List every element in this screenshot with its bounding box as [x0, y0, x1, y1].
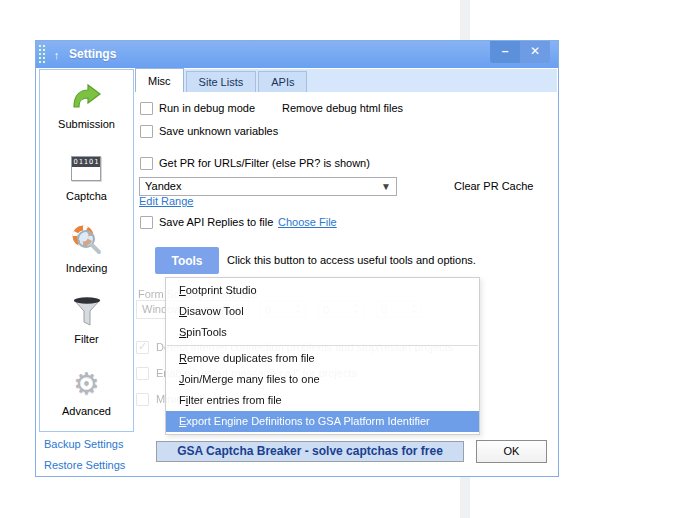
gear-icon: ⚙ [69, 367, 105, 401]
pr-provider-value: Yandex [145, 180, 182, 192]
gsa-captcha-breaker-button[interactable]: GSA Captcha Breaker - solve captchas for… [156, 441, 464, 462]
chevron-down-icon: ▼ [381, 181, 391, 192]
up-arrow-icon: ↑ [49, 47, 64, 62]
green-arrow-icon [68, 80, 104, 114]
tab-misc[interactable]: Misc [135, 68, 184, 92]
save-api-replies-checkbox[interactable] [140, 216, 153, 229]
background-checkbox[interactable] [136, 393, 149, 406]
sidebar-item-label: Filter [74, 333, 98, 345]
dialog-body: SubmissionO11O1CaptchaIndexingFilter⚙Adv… [36, 68, 558, 476]
menu-item-export-engine-definitions-to-gsa-platform-identifier[interactable]: Export Engine Definitions to GSA Platfor… [166, 411, 479, 432]
settings-dialog: ↑ Settings – ✕ SubmissionO11O1CaptchaInd… [35, 40, 559, 477]
titlebar[interactable]: ↑ Settings – ✕ [36, 41, 558, 68]
sidebar-item-indexing[interactable]: Indexing [66, 224, 108, 274]
menu-item-disavow-tool[interactable]: Disavow Tool [166, 301, 479, 322]
funnel-icon [69, 295, 105, 329]
minimize-button[interactable]: – [490, 41, 520, 63]
misc-tab-body: Run in debug mode Remove debug html file… [135, 94, 557, 432]
sidebar-item-submission[interactable]: Submission [58, 80, 115, 130]
sidebar-item-label: Submission [58, 118, 115, 130]
sidebar-item-label: Advanced [62, 405, 111, 417]
get-pr-label: Get PR for URLs/Filter (else PR? is show… [159, 157, 370, 169]
background-checkbox[interactable] [136, 367, 149, 380]
save-unknown-label: Save unknown variables [159, 125, 278, 137]
captcha-image-icon: O11O1 [68, 152, 104, 186]
remove-debug-files-label[interactable]: Remove debug html files [282, 102, 403, 114]
clear-pr-cache-label[interactable]: Clear PR Cache [454, 180, 533, 192]
tools-button[interactable]: Tools [155, 247, 219, 274]
content-panel: MiscSite ListsAPIs Run in debug mode Rem… [135, 69, 557, 432]
save-api-replies-label: Save API Replies to file [159, 216, 273, 228]
choose-file-link[interactable]: Choose File [278, 216, 337, 228]
tools-menu: Footprint StudioDisavow ToolSpinToolsRem… [165, 277, 480, 435]
restore-settings-link[interactable]: Restore Settings [44, 459, 125, 471]
ok-button[interactable]: OK [476, 440, 547, 463]
menu-item-filter-entries-from-file[interactable]: Filter entries from file [166, 390, 479, 411]
sidebar: SubmissionO11O1CaptchaIndexingFilter⚙Adv… [39, 69, 134, 432]
sidebar-item-captcha[interactable]: O11O1Captcha [66, 152, 107, 202]
menu-item-footprint-studio[interactable]: Footprint Studio [166, 280, 479, 301]
save-unknown-checkbox[interactable] [140, 125, 153, 138]
close-button[interactable]: ✕ [520, 41, 550, 63]
window-buttons: – ✕ [490, 41, 550, 63]
sidebar-item-advanced[interactable]: ⚙Advanced [62, 367, 111, 417]
tools-caption: Click this button to access useful tools… [227, 254, 476, 266]
magnifier-lifebuoy-icon [69, 224, 105, 258]
menu-item-remove-duplicates-from-file[interactable]: Remove duplicates from file [166, 348, 479, 369]
backup-settings-link[interactable]: Backup Settings [44, 438, 124, 450]
menu-item-join-merge-many-files-to-one[interactable]: Join/Merge many files to one [166, 369, 479, 390]
tab-apis[interactable]: APIs [258, 71, 307, 92]
window-title: Settings [69, 47, 116, 61]
sidebar-item-filter[interactable]: Filter [69, 295, 105, 345]
run-debug-label: Run in debug mode [159, 102, 255, 114]
menu-separator [167, 345, 478, 346]
sidebar-item-label: Captcha [66, 190, 107, 202]
get-pr-checkbox[interactable] [140, 157, 153, 170]
run-debug-checkbox[interactable] [140, 102, 153, 115]
menu-item-spintools[interactable]: SpinTools [166, 322, 479, 343]
edit-range-link[interactable]: Edit Range [139, 195, 193, 207]
sidebar-item-label: Indexing [66, 262, 108, 274]
tab-site-lists[interactable]: Site Lists [186, 71, 257, 92]
tab-strip: MiscSite ListsAPIs [135, 69, 557, 93]
background-checkbox[interactable]: ✓ [136, 341, 149, 354]
titlebar-grip [38, 44, 46, 65]
pr-provider-select[interactable]: Yandex ▼ [139, 177, 397, 196]
